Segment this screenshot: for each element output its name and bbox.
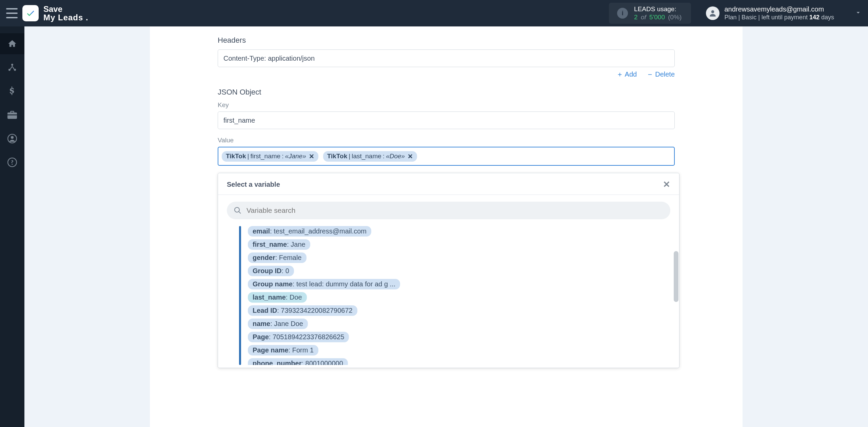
svg-point-0 [711, 10, 714, 13]
sidebar-item-account[interactable] [0, 128, 24, 149]
value-chip[interactable]: TikTok | last_name : «Doe» ✕ [323, 151, 417, 162]
logo[interactable] [22, 5, 39, 21]
check-icon [26, 8, 35, 18]
value-chip[interactable]: TikTok | first_name : «Jane» ✕ [222, 151, 318, 162]
list-indicator [239, 226, 241, 365]
variable-option[interactable]: gender: Female [248, 252, 307, 263]
headers-input[interactable] [218, 49, 675, 67]
minus-icon [647, 72, 653, 78]
variable-option[interactable]: Page name: Form 1 [248, 345, 318, 355]
page: Headers Add Delete JSON Object Key Value… [24, 26, 868, 427]
usage-pill[interactable]: i LEADS usage: 2 of 5'000 (0%) [609, 3, 691, 24]
key-label: Key [218, 101, 675, 109]
variable-dropdown: Select a variable ✕ email: test_email_ad… [218, 173, 679, 368]
form-card: Headers Add Delete JSON Object Key Value… [150, 26, 743, 427]
variable-option[interactable]: Group ID: 0 [248, 266, 294, 276]
plan-prefix: Plan | [724, 14, 740, 21]
brand-line1: Save [43, 5, 88, 13]
close-icon[interactable]: ✕ [663, 179, 670, 190]
plan-days-word: days [821, 14, 834, 21]
plan-days: 142 [809, 14, 820, 21]
headers-actions: Add Delete [218, 70, 675, 78]
sidebar-item-help[interactable] [0, 152, 24, 173]
plus-icon [617, 72, 623, 78]
headers-title: Headers [218, 36, 675, 45]
sidebar-item-briefcase[interactable] [0, 104, 24, 125]
variable-option[interactable]: phone_number: 8001000000 [248, 358, 348, 365]
delete-header-button[interactable]: Delete [647, 70, 675, 78]
usage-used: 2 [634, 14, 638, 21]
variable-list: email: test_email_address@mail.comfirst_… [248, 226, 676, 365]
plan-name: Basic [742, 14, 756, 21]
user-email: andrewsavemyleads@gmail.com [724, 5, 834, 14]
search-icon [234, 206, 242, 215]
key-input[interactable] [218, 111, 675, 129]
scrollbar-thumb[interactable] [674, 251, 678, 302]
variable-option[interactable]: name: Jane Doe [248, 319, 308, 329]
usage-limit: 5'000 [649, 14, 665, 21]
svg-point-1 [11, 64, 13, 66]
value-input[interactable]: TikTok | first_name : «Jane» ✕ TikTok | … [218, 147, 675, 166]
chip-remove-icon[interactable]: ✕ [309, 152, 314, 160]
menu-toggle[interactable] [6, 8, 18, 18]
variable-option[interactable]: email: test_email_address@mail.com [248, 226, 371, 237]
avatar-icon [706, 6, 719, 20]
variable-search[interactable] [227, 202, 670, 219]
brand-line2: My Leads [43, 13, 83, 22]
sidebar-item-home[interactable] [0, 33, 24, 54]
sidebar-item-billing[interactable] [0, 81, 24, 102]
chevron-down-icon[interactable] [854, 9, 862, 18]
variable-option[interactable]: Lead ID: 7393234220082790672 [248, 305, 357, 316]
json-object-title: JSON Object [218, 88, 675, 97]
usage-label: LEADS usage: [634, 5, 683, 13]
dropdown-title: Select a variable [227, 181, 280, 188]
add-header-button[interactable]: Add [617, 70, 637, 78]
info-icon: i [617, 8, 628, 19]
variable-option[interactable]: Page: 7051894223376826625 [248, 332, 349, 342]
brand-title: Save My Leads . [43, 5, 88, 22]
sidebar [0, 26, 24, 427]
plan-mid: | left until payment [758, 14, 808, 21]
sidebar-item-connections[interactable] [0, 57, 24, 78]
user-block[interactable]: andrewsavemyleads@gmail.com Plan | Basic… [706, 5, 862, 21]
topbar: Save My Leads . i LEADS usage: 2 of 5'00… [0, 0, 868, 26]
variable-option[interactable]: Group name: test lead: dummy data for ad… [248, 279, 400, 289]
variable-search-input[interactable] [246, 206, 664, 215]
svg-point-5 [11, 136, 14, 139]
usage-of: of [641, 14, 646, 21]
chip-remove-icon[interactable]: ✕ [408, 152, 413, 160]
usage-pct: (0%) [668, 14, 682, 21]
value-label: Value [218, 137, 675, 144]
variable-option[interactable]: first_name: Jane [248, 239, 310, 250]
variable-option[interactable]: last_name: Doe [248, 292, 307, 303]
